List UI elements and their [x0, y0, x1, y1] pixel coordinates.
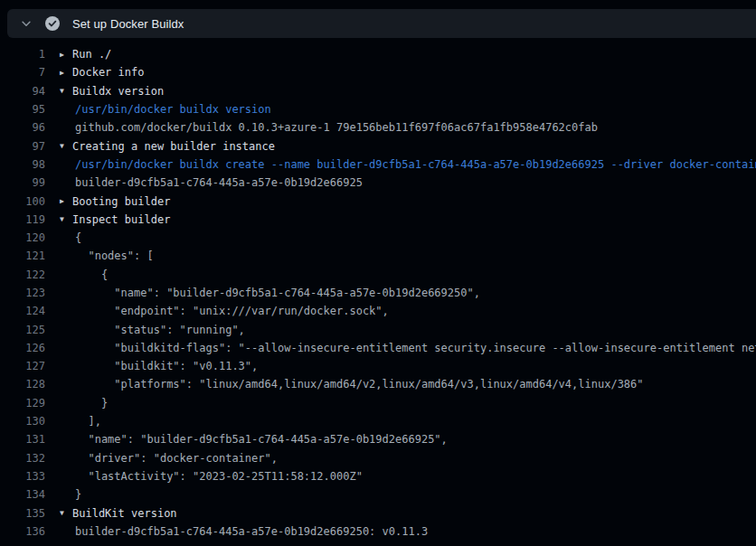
output-text: } — [45, 397, 108, 410]
line-number[interactable]: 7 — [0, 66, 45, 79]
log-line: 135▼BuildKit version — [0, 504, 756, 522]
line-number[interactable]: 121 — [0, 249, 45, 262]
line-number[interactable]: 94 — [0, 85, 45, 98]
log-line: 136builder-d9cfb5a1-c764-445a-a57e-0b19d… — [0, 522, 756, 541]
log-line: 125 "status": "running", — [0, 320, 756, 338]
group-title[interactable]: Inspect builder — [72, 213, 170, 226]
log-lines: 1▶Run ./7▶Docker info94▼Buildx version95… — [0, 45, 756, 541]
command-text: /usr/bin/docker buildx create --name bui… — [45, 158, 756, 171]
line-number[interactable]: 1 — [0, 48, 45, 61]
output-text: ], — [45, 415, 101, 428]
output-text: } — [45, 488, 81, 501]
line-number[interactable]: 124 — [0, 305, 45, 317]
log-line: 94▼Buildx version — [0, 82, 756, 100]
line-number[interactable]: 120 — [0, 231, 45, 244]
log-group-header: ▼BuildKit version — [45, 507, 177, 520]
group-expand-icon[interactable]: ▶ — [60, 69, 72, 77]
line-number[interactable]: 130 — [0, 415, 45, 428]
line-number[interactable]: 136 — [0, 525, 45, 538]
line-number[interactable]: 99 — [0, 176, 45, 189]
output-text: builder-d9cfb5a1-c764-445a-a57e-0b19d2e6… — [45, 176, 363, 189]
line-number[interactable]: 123 — [0, 287, 45, 299]
log-group-header: ▶Docker info — [45, 66, 144, 79]
group-title[interactable]: Booting builder — [72, 195, 170, 208]
line-number[interactable]: 134 — [0, 488, 45, 501]
chevron-down-icon[interactable] — [20, 17, 33, 30]
group-title[interactable]: Run ./ — [72, 48, 111, 61]
log-group-header: ▶Booting builder — [45, 195, 170, 208]
line-number[interactable]: 100 — [0, 195, 45, 208]
output-text: "nodes": [ — [45, 249, 154, 262]
log-line: 119▼Inspect builder — [0, 211, 756, 229]
group-title[interactable]: Creating a new builder instance — [72, 140, 275, 153]
output-text: "platforms": "linux/amd64,linux/amd64/v2… — [45, 378, 644, 391]
log-line: 128 "platforms": "linux/amd64,linux/amd6… — [0, 375, 756, 393]
line-number[interactable]: 98 — [0, 158, 45, 171]
log-line: 133 "lastActivity": "2023-02-25T11:58:12… — [0, 467, 756, 485]
group-collapse-icon[interactable]: ▼ — [60, 142, 72, 150]
log-line: 122 { — [0, 266, 756, 284]
output-text: "name": "builder-d9cfb5a1-c764-445a-a57e… — [45, 433, 448, 446]
group-title[interactable]: BuildKit version — [72, 507, 177, 520]
group-expand-icon[interactable]: ▶ — [60, 197, 72, 205]
command-text: /usr/bin/docker buildx version — [45, 103, 271, 116]
log-line: 134} — [0, 485, 756, 504]
log-line: 100▶Booting builder — [0, 192, 756, 210]
output-text: github.com/docker/buildx 0.10.3+azure-1 … — [45, 121, 598, 134]
group-collapse-icon[interactable]: ▼ — [60, 509, 72, 517]
log-line: 127 "buildkit": "v0.11.3", — [0, 357, 756, 375]
line-number[interactable]: 97 — [0, 140, 45, 153]
log-line: 130 ], — [0, 412, 756, 430]
log-line: 126 "buildkitd-flags": "--allow-insecure… — [0, 339, 756, 357]
log-line: 98/usr/bin/docker buildx create --name b… — [0, 155, 756, 174]
log-line: 95/usr/bin/docker buildx version — [0, 100, 756, 118]
group-collapse-icon[interactable]: ▼ — [60, 87, 72, 95]
check-circle-icon — [45, 16, 60, 31]
log-line: 120{ — [0, 229, 756, 247]
line-number[interactable]: 128 — [0, 378, 45, 391]
log-line: 124 "endpoint": "unix:///var/run/docker.… — [0, 302, 756, 320]
output-text: "endpoint": "unix:///var/run/docker.sock… — [45, 305, 389, 317]
line-number[interactable]: 95 — [0, 103, 45, 116]
group-expand-icon[interactable]: ▶ — [60, 51, 72, 59]
log-group-header: ▶Run ./ — [45, 48, 111, 61]
line-number[interactable]: 119 — [0, 213, 45, 226]
log-line: 97▼Creating a new builder instance — [0, 136, 756, 155]
group-title[interactable]: Buildx version — [72, 85, 164, 98]
step-header[interactable]: Set up Docker Buildx — [7, 9, 756, 38]
log-group-header: ▼Inspect builder — [45, 213, 170, 226]
output-text: "status": "running", — [45, 324, 245, 336]
log-line: 96github.com/docker/buildx 0.10.3+azure-… — [0, 118, 756, 136]
line-number[interactable]: 132 — [0, 452, 45, 465]
line-number[interactable]: 125 — [0, 324, 45, 336]
line-number[interactable]: 131 — [0, 433, 45, 446]
log-group-header: ▼Buildx version — [45, 85, 164, 98]
log-line: 1▶Run ./ — [0, 45, 756, 63]
log-line: 121 "nodes": [ — [0, 247, 756, 265]
output-text: "name": "builder-d9cfb5a1-c764-445a-a57e… — [45, 287, 480, 299]
line-number[interactable]: 135 — [0, 507, 45, 520]
output-text: "buildkitd-flags": "--allow-insecure-ent… — [45, 342, 756, 354]
group-title[interactable]: Docker info — [72, 66, 144, 79]
output-text: { — [45, 268, 108, 281]
line-number[interactable]: 127 — [0, 360, 45, 372]
line-number[interactable]: 96 — [0, 121, 45, 134]
log-line: 99builder-d9cfb5a1-c764-445a-a57e-0b19d2… — [0, 174, 756, 192]
log-group-header: ▼Creating a new builder instance — [45, 140, 275, 153]
line-number[interactable]: 133 — [0, 470, 45, 483]
line-number[interactable]: 122 — [0, 268, 45, 281]
log-line: 132 "driver": "docker-container", — [0, 449, 756, 467]
line-number[interactable]: 126 — [0, 342, 45, 354]
output-text: "driver": "docker-container", — [45, 452, 278, 465]
group-collapse-icon[interactable]: ▼ — [60, 215, 72, 223]
log-line: 7▶Docker info — [0, 63, 756, 81]
log-line: 123 "name": "builder-d9cfb5a1-c764-445a-… — [0, 284, 756, 302]
output-text: "buildkit": "v0.11.3", — [45, 360, 258, 372]
output-text: builder-d9cfb5a1-c764-445a-a57e-0b19d2e6… — [45, 525, 428, 538]
output-text: { — [45, 231, 81, 244]
step-title: Set up Docker Buildx — [72, 17, 184, 31]
output-text: "lastActivity": "2023-02-25T11:58:12.000… — [45, 470, 363, 483]
line-number[interactable]: 129 — [0, 397, 45, 410]
log-line: 131 "name": "builder-d9cfb5a1-c764-445a-… — [0, 430, 756, 448]
log-line: 129 } — [0, 394, 756, 412]
